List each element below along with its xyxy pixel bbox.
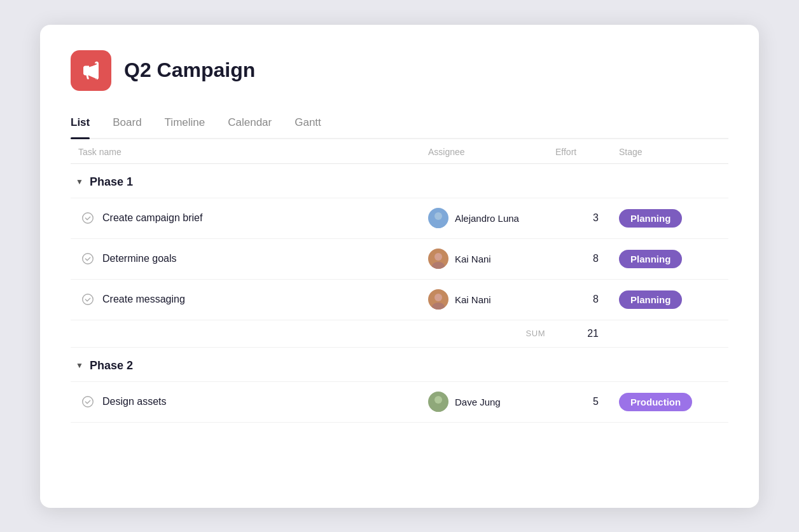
assignee-name: Dave Jung: [455, 397, 501, 407]
avatar: [428, 249, 448, 269]
svg-point-8: [432, 303, 445, 310]
effort-value: 8: [550, 286, 614, 313]
effort-value: 3: [550, 205, 614, 231]
table-header: Task name Assignee Effort Stage: [71, 139, 728, 164]
svg-point-5: [432, 262, 445, 269]
main-window: Q2 Campaign List Board Timeline Calendar…: [40, 25, 759, 508]
svg-point-7: [434, 294, 442, 301]
stage-badge: Planning: [619, 209, 682, 228]
effort-value: 5: [550, 388, 614, 415]
phase-1-header[interactable]: ▼ Phase 1: [71, 164, 728, 198]
assignee-name: Alejandro Luna: [455, 213, 519, 224]
project-title: Q2 Campaign: [124, 58, 255, 82]
task-name: Determine goals: [102, 253, 177, 264]
tab-list[interactable]: List: [71, 111, 90, 138]
sum-row: SUM 21: [71, 320, 728, 348]
tab-board[interactable]: Board: [113, 111, 141, 138]
task-name: Create campaign brief: [102, 212, 202, 224]
svg-point-6: [83, 294, 94, 305]
check-circle-icon: [81, 211, 95, 225]
task-name: Design assets: [102, 396, 167, 407]
svg-point-11: [432, 405, 445, 412]
effort-value: 8: [550, 245, 614, 272]
project-icon: [71, 50, 111, 91]
phase-1-label: Phase 1: [90, 175, 133, 189]
svg-point-10: [434, 396, 442, 404]
svg-point-1: [434, 212, 442, 220]
phase-2-chevron: ▼: [76, 361, 83, 370]
avatar: [428, 208, 448, 228]
col-header-effort: Effort: [550, 147, 614, 157]
col-header-stage: Stage: [614, 147, 728, 157]
check-circle-icon: [81, 292, 95, 306]
svg-point-2: [432, 221, 445, 228]
stage-badge: Planning: [619, 290, 682, 309]
phase-1-chevron: ▼: [76, 177, 83, 186]
tab-timeline[interactable]: Timeline: [165, 111, 205, 138]
svg-point-4: [434, 253, 442, 261]
svg-point-0: [83, 213, 94, 224]
task-name: Create messaging: [102, 294, 185, 305]
sum-value: 21: [550, 328, 614, 339]
assignee-name: Kai Nani: [455, 294, 491, 305]
col-header-assignee: Assignee: [423, 147, 550, 157]
avatar: [428, 289, 448, 310]
table-row: Design assets Dave Jung 5 Production: [71, 382, 728, 423]
phase-2-header[interactable]: ▼ Phase 2: [71, 348, 728, 382]
stage-badge: Planning: [619, 250, 682, 268]
svg-point-3: [83, 254, 94, 264]
view-tabs: List Board Timeline Calendar Gantt: [71, 111, 728, 139]
table-row: Create campaign brief Alejandro Luna 3 P…: [71, 198, 728, 239]
svg-point-9: [83, 397, 94, 407]
table-row: Create messaging Kai Nani 8 Planning: [71, 280, 728, 320]
phase-2-label: Phase 2: [90, 359, 133, 372]
assignee-name: Kai Nani: [455, 254, 491, 264]
col-header-task: Task name: [71, 147, 423, 157]
avatar: [428, 392, 448, 412]
sum-label: SUM: [423, 328, 550, 339]
project-header: Q2 Campaign: [71, 50, 728, 91]
check-circle-icon: [81, 395, 95, 409]
stage-badge: Production: [619, 393, 692, 411]
table-row: Determine goals Kai Nani 8 Planning: [71, 239, 728, 280]
tab-calendar[interactable]: Calendar: [228, 111, 272, 138]
tab-gantt[interactable]: Gantt: [295, 111, 321, 138]
check-circle-icon: [81, 252, 95, 266]
